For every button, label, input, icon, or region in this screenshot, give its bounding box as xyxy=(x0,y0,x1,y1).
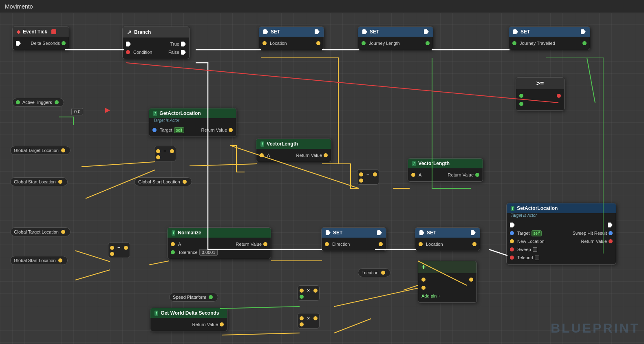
add-node: + Add pin + xyxy=(418,261,477,303)
gte-node: >= xyxy=(516,77,565,111)
speed-platform-node: Speed Plataform xyxy=(169,293,218,302)
set-actor-location-node: f SetActorLocation Target is Actor Targe… xyxy=(506,203,616,265)
gte-header: >= xyxy=(516,78,564,89)
add-pin-button[interactable]: Add pin + xyxy=(421,293,441,298)
global-start-location-3: Global Start Location xyxy=(10,256,68,265)
add-header: + xyxy=(418,261,476,273)
set4-header: SET xyxy=(322,228,386,238)
global-target-location-2: Global Target Location xyxy=(10,227,71,236)
global-start-location-bottom-1: Global Start Location xyxy=(135,177,192,186)
wire-canvas xyxy=(0,13,644,344)
branch-header: ↗ Branch xyxy=(123,27,189,37)
set-journey-length-node: SET Journey Length xyxy=(358,26,433,50)
set-journey-travelled-node: SET Journey Travelled xyxy=(509,26,590,50)
blueprint-watermark: BLUEPRINT xyxy=(551,321,640,336)
location-var-node: Location xyxy=(358,268,390,277)
event-tick-node: ◆ Event Tick Delta Seconds xyxy=(12,26,69,50)
subtract-node-lower: − xyxy=(108,243,130,258)
set1-header: SET xyxy=(259,27,324,37)
multiply-node-2: × xyxy=(298,313,320,329)
set-location-lower-node: SET Location xyxy=(415,227,480,251)
set-direction-node: SET Direction xyxy=(321,227,386,251)
get-actor-location-node: f GetActorLocation Target is Actor Targe… xyxy=(149,108,236,137)
set2-header: SET xyxy=(358,27,433,37)
event-tick-header: ◆ Event Tick xyxy=(13,27,69,37)
subtract-node-middle: − xyxy=(357,169,379,185)
set5-header: SET xyxy=(415,228,480,238)
value-box: 0.0 xyxy=(71,108,83,115)
get-actor-location-header: f GetActorLocation xyxy=(149,108,236,118)
vl1-header: f VectorLength xyxy=(256,139,331,149)
set-location-node: SET Location xyxy=(259,26,324,50)
title-text: Movimento xyxy=(5,3,33,10)
vl2-header: f VectorLength xyxy=(408,159,483,168)
subtract-node-top: − xyxy=(154,146,176,161)
normalize-node: f Normalize A Return Value Tolerance 0.0… xyxy=(167,227,271,259)
set3-header: SET xyxy=(509,27,590,37)
vector-length-1-node: f VectorLength A Return Value xyxy=(256,139,331,162)
sal-header: f SetActorLocation xyxy=(507,203,616,213)
branch-node: ↗ Branch True Condition False xyxy=(122,26,190,59)
global-start-location-1: Global Start Location xyxy=(10,177,68,186)
normalize-header: f Normalize xyxy=(168,228,271,238)
active-triggers-node: Active Triggers xyxy=(12,98,64,107)
vector-length-2-node: f VectorLength A Return Value xyxy=(408,158,483,182)
global-target-location-1: Global Target Location xyxy=(10,146,71,155)
multiply-node-1: × xyxy=(298,285,320,301)
get-world-delta-node: f Get World Delta Seconds Return Value xyxy=(150,308,227,331)
gwd-header: f Get World Delta Seconds xyxy=(150,308,227,318)
arrow-indicator: ▶ xyxy=(105,106,110,114)
title-bar: Movimento xyxy=(0,0,644,13)
